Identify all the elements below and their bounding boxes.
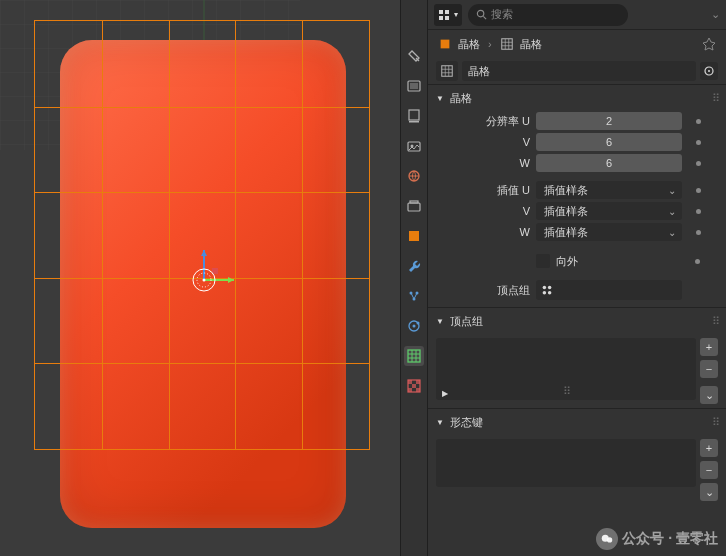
svg-point-26 — [417, 322, 420, 325]
collection-icon[interactable] — [404, 196, 424, 216]
data-lattice-icon[interactable] — [404, 346, 424, 366]
anim-dot-icon[interactable] — [695, 259, 700, 264]
section-header-lattice[interactable]: ▼晶格⠿ — [428, 85, 726, 111]
add-button[interactable]: + — [700, 439, 718, 457]
scene-icon[interactable] — [404, 136, 424, 156]
drag-dots-icon: ⠿ — [712, 315, 718, 328]
search-input[interactable]: 搜索 — [468, 4, 628, 26]
section-header-shapekeys[interactable]: ▼形态键⠿ — [428, 409, 726, 435]
vgroup-list[interactable]: ▶⠿ — [436, 338, 696, 400]
svg-point-50 — [607, 537, 612, 542]
specials-button[interactable]: ⌄ — [700, 386, 718, 404]
svg-line-39 — [483, 16, 486, 19]
resolution-v-field[interactable]: 6 — [536, 133, 682, 151]
interp-w-select[interactable]: 插值样条 — [536, 223, 682, 241]
svg-rect-18 — [408, 203, 420, 211]
shapekeys-list[interactable] — [436, 439, 696, 487]
resolution-w-label: W — [436, 157, 530, 169]
pin-icon[interactable] — [702, 37, 716, 51]
datablock-options-button[interactable] — [700, 62, 718, 80]
watermark: 公众号 · 壹零社 — [596, 528, 718, 550]
svg-rect-20 — [409, 231, 419, 241]
svg-point-38 — [477, 10, 483, 16]
anim-dot-icon[interactable] — [696, 230, 701, 235]
world-icon[interactable] — [404, 166, 424, 186]
svg-point-48 — [548, 291, 552, 295]
anim-dot-icon[interactable] — [696, 188, 701, 193]
play-icon[interactable]: ▶ — [442, 389, 448, 398]
anim-dot-icon[interactable] — [696, 119, 701, 124]
interp-v-select[interactable]: 插值样条 — [536, 202, 682, 220]
svg-rect-27 — [408, 350, 420, 362]
wechat-icon — [596, 528, 618, 550]
svg-rect-14 — [409, 121, 419, 123]
breadcrumb-object: 晶格 — [458, 37, 480, 52]
svg-rect-40 — [441, 40, 450, 49]
resolution-u-field[interactable]: 2 — [536, 112, 682, 130]
interp-w-label: W — [436, 226, 530, 238]
remove-button[interactable]: − — [700, 461, 718, 479]
properties-tabs — [400, 0, 428, 556]
svg-rect-30 — [416, 380, 420, 384]
svg-rect-32 — [408, 388, 412, 392]
breadcrumb: 晶格 › 晶格 — [428, 30, 726, 58]
properties-panel: 搜索 ⌄ 晶格 › 晶格 晶格 ▼晶格⠿ 分辨率 U2 V6 W6 插值 U插值… — [428, 0, 726, 556]
lattice-icon — [500, 37, 514, 51]
remove-button[interactable]: − — [700, 360, 718, 378]
resolution-w-field[interactable]: 6 — [536, 154, 682, 172]
chevron-down-icon: ▼ — [436, 418, 444, 427]
interp-v-label: V — [436, 205, 530, 217]
section-header-vgroup[interactable]: ▼顶点组⠿ — [428, 308, 726, 334]
svg-point-25 — [413, 325, 416, 328]
drag-dots-icon: ⠿ — [712, 416, 718, 429]
svg-rect-35 — [445, 10, 449, 14]
drag-dots-icon: ⠿ — [563, 385, 570, 398]
vgroup-field[interactable] — [536, 280, 682, 300]
search-icon — [476, 9, 487, 20]
datablock-select[interactable]: 晶格 — [462, 61, 696, 81]
specials-button[interactable]: ⌄ — [700, 483, 718, 501]
svg-rect-37 — [445, 16, 449, 20]
outside-label: 向外 — [556, 254, 578, 269]
resolution-u-label: 分辨率 U — [436, 114, 530, 129]
interp-u-label: 插值 U — [436, 183, 530, 198]
object-icon[interactable] — [404, 226, 424, 246]
svg-rect-12 — [410, 83, 418, 89]
svg-rect-41 — [501, 39, 512, 50]
drag-dots-icon: ⠿ — [712, 92, 718, 105]
svg-rect-29 — [408, 380, 412, 384]
anim-dot-icon[interactable] — [696, 140, 701, 145]
anim-dot-icon[interactable] — [696, 161, 701, 166]
tool-icon[interactable] — [404, 46, 424, 66]
outside-checkbox[interactable] — [536, 254, 550, 268]
texture-icon[interactable] — [404, 376, 424, 396]
chevron-down-icon[interactable]: ⌄ — [711, 8, 720, 21]
output-icon[interactable] — [404, 106, 424, 126]
physics-icon[interactable] — [404, 316, 424, 336]
anim-dot-icon[interactable] — [696, 209, 701, 214]
svg-rect-33 — [416, 388, 420, 392]
svg-point-45 — [543, 286, 547, 290]
add-button[interactable]: + — [700, 338, 718, 356]
svg-point-46 — [548, 286, 552, 290]
chevron-down-icon: ▼ — [436, 94, 444, 103]
resolution-v-label: V — [436, 136, 530, 148]
chevron-right-icon: › — [488, 38, 492, 50]
vgroup-icon — [540, 283, 554, 297]
svg-rect-31 — [412, 384, 416, 388]
render-icon[interactable] — [404, 76, 424, 96]
object-icon — [438, 37, 452, 51]
svg-rect-13 — [409, 110, 419, 120]
svg-point-44 — [708, 70, 710, 72]
svg-rect-19 — [410, 201, 418, 203]
display-mode-select[interactable] — [434, 4, 462, 26]
viewport-3d[interactable] — [0, 0, 400, 556]
interp-u-select[interactable]: 插值样条 — [536, 181, 682, 199]
lattice-data-icon[interactable] — [436, 61, 458, 81]
modifier-icon[interactable] — [404, 256, 424, 276]
chevron-down-icon: ▼ — [436, 317, 444, 326]
particles-icon[interactable] — [404, 286, 424, 306]
svg-rect-34 — [439, 10, 443, 14]
breadcrumb-data: 晶格 — [520, 37, 542, 52]
svg-rect-36 — [439, 16, 443, 20]
